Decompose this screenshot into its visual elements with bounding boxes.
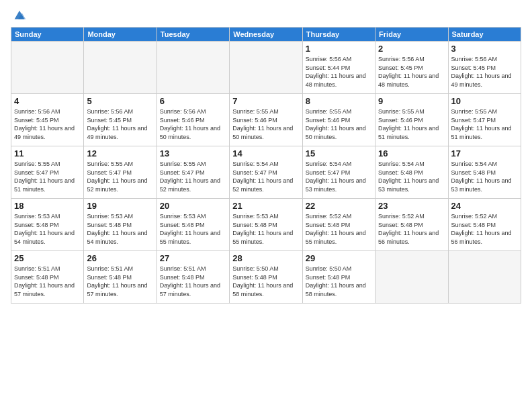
day-info: Sunrise: 5:55 AMSunset: 5:47 PMDaylight:… <box>451 107 518 141</box>
calendar-cell: 21Sunrise: 5:53 AMSunset: 5:48 PMDayligh… <box>230 199 302 251</box>
day-number: 22 <box>306 201 372 211</box>
day-info: Sunrise: 5:52 AMSunset: 5:48 PMDaylight:… <box>378 212 445 246</box>
day-info: Sunrise: 5:52 AMSunset: 5:48 PMDaylight:… <box>306 212 372 246</box>
calendar-cell: 3Sunrise: 5:56 AMSunset: 5:45 PMDaylight… <box>448 42 521 94</box>
day-number: 19 <box>87 201 153 211</box>
logo-icon <box>12 8 27 23</box>
col-header-wednesday: Wednesday <box>230 28 302 42</box>
col-header-sunday: Sunday <box>11 28 84 42</box>
logo <box>11 8 27 23</box>
col-header-monday: Monday <box>84 28 157 42</box>
calendar-cell <box>375 251 448 304</box>
calendar-cell: 28Sunrise: 5:50 AMSunset: 5:48 PMDayligh… <box>230 251 302 304</box>
calendar-cell: 25Sunrise: 5:51 AMSunset: 5:48 PMDayligh… <box>11 251 84 304</box>
day-info: Sunrise: 5:51 AMSunset: 5:48 PMDaylight:… <box>87 265 153 298</box>
calendar-cell <box>230 42 302 94</box>
day-info: Sunrise: 5:54 AMSunset: 5:47 PMDaylight:… <box>232 160 299 193</box>
day-info: Sunrise: 5:56 AMSunset: 5:44 PMDaylight:… <box>306 55 372 89</box>
day-number: 17 <box>451 148 518 158</box>
day-number: 24 <box>451 201 518 211</box>
col-header-thursday: Thursday <box>302 28 375 42</box>
day-info: Sunrise: 5:56 AMSunset: 5:45 PMDaylight:… <box>378 55 445 89</box>
day-number: 8 <box>306 96 372 106</box>
day-info: Sunrise: 5:56 AMSunset: 5:45 PMDaylight:… <box>87 107 153 141</box>
day-info: Sunrise: 5:55 AMSunset: 5:46 PMDaylight:… <box>378 107 445 141</box>
day-number: 13 <box>160 148 226 158</box>
day-number: 14 <box>232 148 299 158</box>
calendar-cell: 27Sunrise: 5:51 AMSunset: 5:48 PMDayligh… <box>157 251 229 304</box>
calendar-cell: 16Sunrise: 5:54 AMSunset: 5:48 PMDayligh… <box>375 146 448 199</box>
col-header-tuesday: Tuesday <box>157 28 229 42</box>
day-number: 11 <box>14 148 81 158</box>
calendar-cell: 10Sunrise: 5:55 AMSunset: 5:47 PMDayligh… <box>448 94 521 146</box>
day-info: Sunrise: 5:55 AMSunset: 5:47 PMDaylight:… <box>14 160 81 193</box>
calendar-cell: 19Sunrise: 5:53 AMSunset: 5:48 PMDayligh… <box>84 199 157 251</box>
day-number: 29 <box>306 253 372 263</box>
calendar-cell <box>157 42 229 94</box>
day-number: 20 <box>160 201 226 211</box>
calendar-cell: 22Sunrise: 5:52 AMSunset: 5:48 PMDayligh… <box>302 199 375 251</box>
col-header-saturday: Saturday <box>448 28 521 42</box>
day-info: Sunrise: 5:53 AMSunset: 5:48 PMDaylight:… <box>232 212 299 246</box>
day-number: 23 <box>378 201 445 211</box>
calendar-cell: 17Sunrise: 5:54 AMSunset: 5:48 PMDayligh… <box>448 146 521 199</box>
day-number: 26 <box>87 253 153 263</box>
day-number: 18 <box>14 201 81 211</box>
calendar-cell: 11Sunrise: 5:55 AMSunset: 5:47 PMDayligh… <box>11 146 84 199</box>
day-number: 9 <box>378 96 445 106</box>
calendar-cell <box>84 42 157 94</box>
day-number: 4 <box>14 96 81 106</box>
day-info: Sunrise: 5:51 AMSunset: 5:48 PMDaylight:… <box>160 265 226 298</box>
calendar-cell: 4Sunrise: 5:56 AMSunset: 5:45 PMDaylight… <box>11 94 84 146</box>
day-info: Sunrise: 5:55 AMSunset: 5:46 PMDaylight:… <box>232 107 299 141</box>
calendar-cell: 26Sunrise: 5:51 AMSunset: 5:48 PMDayligh… <box>84 251 157 304</box>
day-number: 15 <box>306 148 372 158</box>
day-info: Sunrise: 5:52 AMSunset: 5:48 PMDaylight:… <box>451 212 518 246</box>
calendar-cell: 13Sunrise: 5:55 AMSunset: 5:47 PMDayligh… <box>157 146 229 199</box>
calendar-cell: 15Sunrise: 5:54 AMSunset: 5:47 PMDayligh… <box>302 146 375 199</box>
day-number: 1 <box>306 44 372 54</box>
calendar-cell: 6Sunrise: 5:56 AMSunset: 5:46 PMDaylight… <box>157 94 229 146</box>
day-number: 2 <box>378 44 445 54</box>
day-info: Sunrise: 5:51 AMSunset: 5:48 PMDaylight:… <box>14 265 81 298</box>
calendar-cell: 2Sunrise: 5:56 AMSunset: 5:45 PMDaylight… <box>375 42 448 94</box>
day-info: Sunrise: 5:54 AMSunset: 5:48 PMDaylight:… <box>378 160 445 193</box>
day-info: Sunrise: 5:54 AMSunset: 5:47 PMDaylight:… <box>306 160 372 193</box>
calendar-cell: 1Sunrise: 5:56 AMSunset: 5:44 PMDaylight… <box>302 42 375 94</box>
header <box>11 8 521 23</box>
calendar-cell: 12Sunrise: 5:55 AMSunset: 5:47 PMDayligh… <box>84 146 157 199</box>
day-info: Sunrise: 5:56 AMSunset: 5:46 PMDaylight:… <box>160 107 226 141</box>
day-number: 6 <box>160 96 226 106</box>
calendar-table: SundayMondayTuesdayWednesdayThursdayFrid… <box>11 27 521 304</box>
calendar-cell: 24Sunrise: 5:52 AMSunset: 5:48 PMDayligh… <box>448 199 521 251</box>
day-info: Sunrise: 5:53 AMSunset: 5:48 PMDaylight:… <box>160 212 226 246</box>
calendar-cell <box>448 251 521 304</box>
calendar-cell: 9Sunrise: 5:55 AMSunset: 5:46 PMDaylight… <box>375 94 448 146</box>
calendar-cell: 29Sunrise: 5:50 AMSunset: 5:48 PMDayligh… <box>302 251 375 304</box>
day-number: 28 <box>232 253 299 263</box>
day-info: Sunrise: 5:56 AMSunset: 5:45 PMDaylight:… <box>14 107 81 141</box>
page: SundayMondayTuesdayWednesdayThursdayFrid… <box>0 0 532 411</box>
day-info: Sunrise: 5:50 AMSunset: 5:48 PMDaylight:… <box>306 265 372 298</box>
calendar-cell: 18Sunrise: 5:53 AMSunset: 5:48 PMDayligh… <box>11 199 84 251</box>
day-number: 12 <box>87 148 153 158</box>
calendar-cell: 7Sunrise: 5:55 AMSunset: 5:46 PMDaylight… <box>230 94 302 146</box>
day-number: 3 <box>451 44 518 54</box>
calendar-cell: 8Sunrise: 5:55 AMSunset: 5:46 PMDaylight… <box>302 94 375 146</box>
day-info: Sunrise: 5:56 AMSunset: 5:45 PMDaylight:… <box>451 55 518 89</box>
calendar-cell: 14Sunrise: 5:54 AMSunset: 5:47 PMDayligh… <box>230 146 302 199</box>
col-header-friday: Friday <box>375 28 448 42</box>
day-number: 21 <box>232 201 299 211</box>
day-info: Sunrise: 5:55 AMSunset: 5:47 PMDaylight:… <box>87 160 153 193</box>
day-info: Sunrise: 5:53 AMSunset: 5:48 PMDaylight:… <box>14 212 81 246</box>
day-number: 16 <box>378 148 445 158</box>
day-info: Sunrise: 5:55 AMSunset: 5:46 PMDaylight:… <box>306 107 372 141</box>
calendar-cell <box>11 42 84 94</box>
calendar-cell: 20Sunrise: 5:53 AMSunset: 5:48 PMDayligh… <box>157 199 229 251</box>
day-number: 7 <box>232 96 299 106</box>
day-info: Sunrise: 5:55 AMSunset: 5:47 PMDaylight:… <box>160 160 226 193</box>
day-info: Sunrise: 5:50 AMSunset: 5:48 PMDaylight:… <box>232 265 299 298</box>
day-info: Sunrise: 5:54 AMSunset: 5:48 PMDaylight:… <box>451 160 518 193</box>
calendar-cell: 23Sunrise: 5:52 AMSunset: 5:48 PMDayligh… <box>375 199 448 251</box>
day-number: 27 <box>160 253 226 263</box>
